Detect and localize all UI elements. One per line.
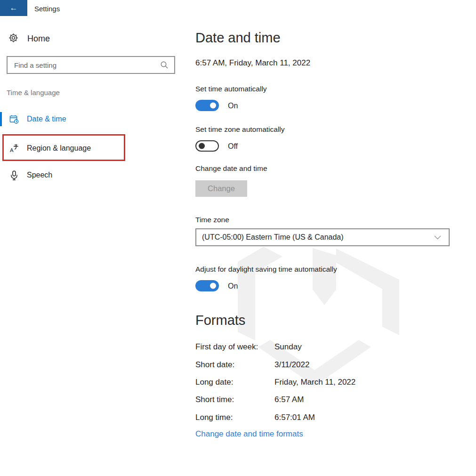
- sidebar-item-label: Home: [27, 34, 50, 44]
- calendar-clock-icon: [9, 114, 19, 124]
- format-row-value: 3/11/2022: [274, 360, 309, 370]
- set-time-zone-automatically-label: Set time zone automatically: [195, 125, 285, 134]
- format-row-label: Short time:: [195, 395, 234, 404]
- chevron-down-icon: [434, 235, 449, 240]
- set-time-zone-automatically-state: Off: [228, 142, 238, 151]
- format-row-label: First day of week:: [195, 342, 258, 352]
- time-zone-selected-value: (UTC-05:00) Eastern Time (US & Canada): [196, 233, 434, 242]
- page-title: Date and time: [195, 30, 281, 46]
- set-time-zone-automatically-toggle[interactable]: [195, 140, 219, 152]
- format-row-value: 6:57 AM: [274, 395, 304, 404]
- sidebar-item-home[interactable]: Home: [8, 33, 50, 45]
- sidebar-item-speech[interactable]: Speech: [0, 168, 175, 183]
- search-box[interactable]: [7, 56, 175, 74]
- format-row-value: 6:57:01 AM: [274, 413, 315, 422]
- daylight-saving-state: On: [228, 282, 238, 290]
- time-zone-dropdown[interactable]: (UTC-05:00) Eastern Time (US & Canada): [195, 228, 450, 246]
- toggle-knob: [210, 103, 216, 109]
- back-arrow-icon: ←: [10, 3, 18, 13]
- sidebar-section-label: Time & language: [7, 89, 60, 97]
- change-button[interactable]: Change: [195, 180, 247, 197]
- toggle-knob: [199, 143, 205, 149]
- daylight-saving-label: Adjust for daylight saving time automati…: [195, 265, 337, 274]
- set-time-automatically-toggle[interactable]: [195, 100, 219, 111]
- search-input[interactable]: [8, 61, 158, 69]
- change-date-and-time-label: Change date and time: [195, 164, 267, 173]
- format-row-value: Sunday: [274, 342, 302, 352]
- toggle-knob: [210, 283, 216, 289]
- format-row-value: Friday, March 11, 2022: [274, 378, 355, 387]
- annotation-highlight-box: [2, 134, 125, 161]
- format-row-label: Long date:: [195, 378, 233, 387]
- search-icon[interactable]: [158, 61, 174, 69]
- format-row-label: Long time:: [195, 413, 233, 422]
- gear-icon: [8, 33, 18, 45]
- back-button[interactable]: ←: [0, 0, 27, 16]
- set-time-automatically-label: Set time automatically: [195, 85, 267, 93]
- format-row-label: Short date:: [195, 360, 234, 370]
- time-zone-label: Time zone: [195, 216, 229, 224]
- sidebar-item-date-time[interactable]: Date & time: [0, 112, 175, 127]
- change-date-time-formats-link[interactable]: Change date and time formats: [195, 429, 303, 439]
- sidebar-item-label: Date & time: [27, 115, 66, 123]
- daylight-saving-toggle[interactable]: [195, 280, 219, 291]
- formats-section-title: Formats: [195, 313, 245, 328]
- current-date-time: 6:57 AM, Friday, March 11, 2022: [195, 58, 310, 68]
- sidebar-item-label: Speech: [27, 171, 52, 179]
- settings-window: ← Settings Home Time & language: [0, 0, 476, 476]
- microphone-icon: [9, 170, 19, 180]
- set-time-automatically-state: On: [228, 102, 238, 110]
- window-title: Settings: [34, 5, 60, 13]
